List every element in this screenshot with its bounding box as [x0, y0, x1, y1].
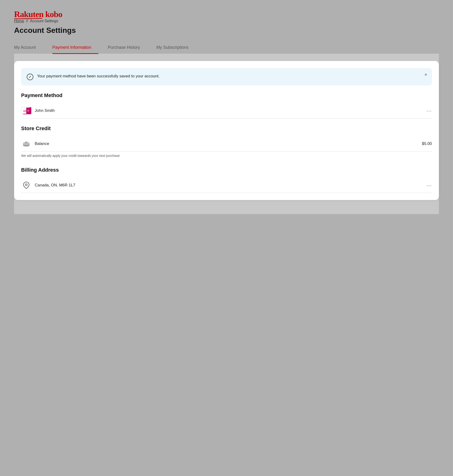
- store-credit-note: We will automatically apply your credit …: [21, 154, 432, 160]
- logo[interactable]: Rakuten kobo: [14, 9, 439, 19]
- success-message: Your payment method have been successful…: [37, 73, 426, 79]
- breadcrumb-home[interactable]: Home: [14, 19, 24, 23]
- billing-address-title: Billing Address: [21, 167, 432, 173]
- success-banner: Your payment method have been successful…: [21, 68, 432, 85]
- store-credit-label: Balance: [35, 141, 422, 146]
- ideal-payment-icon: iDEAL: [21, 107, 31, 114]
- close-banner-button[interactable]: ×: [424, 72, 427, 77]
- store-credit-row: Balance $5.00: [21, 136, 432, 152]
- breadcrumb: Home // Account Settings: [14, 19, 439, 23]
- page-title: Account Settings: [14, 26, 439, 35]
- tabs-bar: My Account Payment Information Purchase …: [14, 42, 439, 54]
- breadcrumb-separator: //: [26, 19, 28, 23]
- success-icon: [27, 74, 33, 80]
- payment-holder-name: John Smith: [35, 108, 426, 113]
- tab-purchase-history[interactable]: Purchase History: [108, 42, 147, 54]
- svg-point-3: [27, 110, 29, 112]
- payment-more-button[interactable]: ···: [426, 108, 432, 113]
- payment-method-title: Payment Method: [21, 92, 432, 98]
- tab-my-account[interactable]: My Account: [14, 42, 43, 54]
- store-credit-title: Store Credit: [21, 125, 432, 131]
- billing-address-row: Canada, ON, M6R 1L7 ···: [21, 178, 432, 193]
- svg-point-9: [25, 184, 27, 186]
- tab-my-subscriptions[interactable]: My Subscriptions: [156, 42, 196, 54]
- logo-text: Rakuten kobo: [14, 9, 439, 19]
- content-area: Your payment method have been successful…: [14, 54, 439, 214]
- svg-point-8: [25, 142, 28, 143]
- billing-more-button[interactable]: ···: [426, 183, 432, 188]
- store-credit-icon: [21, 140, 31, 147]
- store-credit-balance: $5.00: [422, 141, 432, 146]
- main-card: Your payment method have been successful…: [14, 61, 439, 200]
- payment-method-row: iDEAL John Smith ···: [21, 103, 432, 118]
- tab-payment-information[interactable]: Payment Information: [52, 42, 98, 54]
- billing-address-text: Canada, ON, M6R 1L7: [35, 183, 426, 188]
- location-icon: [21, 181, 31, 189]
- breadcrumb-current: Account Settings: [30, 19, 58, 23]
